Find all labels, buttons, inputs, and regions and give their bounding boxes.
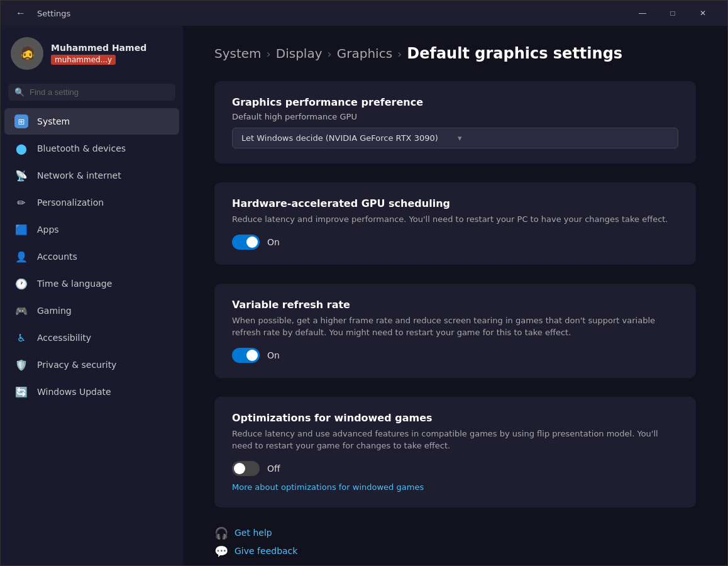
hw-scheduling-description: Reduce latency and improve performance. … [232, 213, 678, 226]
sidebar-item-label: Personalization [37, 197, 104, 208]
sidebar-item-label: Privacy & security [37, 360, 116, 370]
variable-refresh-description: When possible, get a higher frame rate a… [232, 314, 678, 339]
give-feedback-icon: 💬 [214, 545, 228, 558]
gpu-dropdown[interactable]: Let Windows decide (NVIDIA GeForce RTX 3… [232, 128, 678, 148]
main-content: System › Display › Graphics › Default gr… [183, 26, 727, 565]
sidebar-item-accessibility[interactable]: ♿ Accessibility [4, 325, 179, 351]
breadcrumb-sep-2: › [328, 47, 332, 60]
hw-scheduling-toggle-row: On [232, 235, 678, 250]
sidebar-item-privacy[interactable]: 🛡️ Privacy & security [4, 352, 179, 378]
sidebar-item-label: Apps [37, 225, 59, 235]
titlebar: ← Settings — □ ✕ [1, 1, 727, 26]
sidebar-item-apps[interactable]: 🟦 Apps [4, 216, 179, 243]
user-profile[interactable]: 🧔 Muhammed Hamed muhammed...y [1, 26, 183, 81]
bluetooth-icon: ⬤ [14, 142, 28, 155]
variable-refresh-toggle-row: On [232, 348, 678, 363]
footer-actions: 🎧 Get help 💬 Give feedback [214, 526, 696, 558]
user-email: muhammed...y [51, 55, 116, 65]
gpu-preference-title: Graphics performance preference [232, 96, 678, 108]
windowed-games-description: Reduce latency and use advanced features… [232, 428, 678, 452]
get-help-link[interactable]: 🎧 Get help [214, 526, 696, 540]
breadcrumb-sep-1: › [267, 47, 271, 60]
accounts-icon: 👤 [14, 250, 28, 264]
windowed-games-toggle-row: Off [232, 461, 678, 476]
sidebar-item-label: Gaming [37, 306, 72, 316]
hw-scheduling-toggle-label: On [267, 237, 280, 247]
update-icon: 🔄 [14, 385, 28, 399]
apps-icon: 🟦 [14, 223, 28, 236]
breadcrumb-display[interactable]: Display [276, 46, 323, 61]
search-box[interactable]: 🔍 [8, 84, 175, 101]
user-info: Muhammed Hamed muhammed...y [51, 43, 146, 65]
settings-window: ← Settings — □ ✕ 🧔 Muhammed Hamed muhamm… [0, 0, 728, 566]
sidebar-item-label: Time & language [37, 279, 112, 289]
page-title: Default graphics settings [407, 45, 622, 62]
hw-scheduling-toggle[interactable] [232, 235, 260, 250]
system-icon: ⊞ [14, 114, 28, 128]
window-title: Settings [37, 9, 70, 18]
minimize-button[interactable]: — [628, 4, 657, 23]
personalization-icon: ✏️ [14, 196, 28, 209]
sidebar-item-system[interactable]: ⊞ System [4, 108, 179, 135]
variable-refresh-section: Variable refresh rate When possible, get… [214, 284, 696, 378]
breadcrumb-sep-3: › [397, 47, 402, 60]
gpu-dropdown-value: Let Windows decide (NVIDIA GeForce RTX 3… [241, 133, 453, 143]
sidebar-item-bluetooth[interactable]: ⬤ Bluetooth & devices [4, 135, 179, 162]
hw-scheduling-title: Hardware-accelerated GPU scheduling [232, 197, 678, 209]
gaming-icon: 🎮 [14, 304, 28, 318]
sidebar-item-label: Network & internet [37, 170, 121, 180]
get-help-label: Get help [234, 528, 272, 538]
variable-refresh-title: Variable refresh rate [232, 299, 678, 311]
network-icon: 📡 [14, 169, 28, 182]
sidebar-item-label: System [37, 116, 70, 126]
sidebar-item-network[interactable]: 📡 Network & internet [4, 162, 179, 189]
maximize-button[interactable]: □ [658, 4, 687, 23]
search-icon: 🔍 [14, 87, 25, 97]
titlebar-left: ← Settings [11, 5, 70, 21]
sidebar-item-personalization[interactable]: ✏️ Personalization [4, 189, 179, 216]
sidebar-item-label: Accessibility [37, 333, 91, 343]
breadcrumb: System › Display › Graphics › Default gr… [214, 45, 696, 62]
time-icon: 🕐 [14, 277, 28, 291]
windowed-games-title: Optimizations for windowed games [232, 412, 678, 424]
windowed-games-link[interactable]: More about optimizations for windowed ga… [232, 482, 424, 492]
sidebar-item-label: Windows Update [37, 387, 111, 397]
avatar: 🧔 [11, 37, 43, 70]
breadcrumb-graphics[interactable]: Graphics [337, 46, 392, 61]
windowed-games-toggle[interactable] [232, 461, 260, 476]
breadcrumb-system[interactable]: System [214, 46, 262, 61]
content-area: 🧔 Muhammed Hamed muhammed...y 🔍 ⊞ System… [1, 26, 727, 565]
gpu-preference-section: Graphics performance preference Default … [214, 81, 696, 164]
search-input[interactable] [30, 87, 169, 97]
privacy-icon: 🛡️ [14, 358, 28, 372]
sidebar-item-update[interactable]: 🔄 Windows Update [4, 379, 179, 405]
sidebar-item-time[interactable]: 🕐 Time & language [4, 270, 179, 297]
chevron-down-icon: ▾ [458, 133, 669, 143]
sidebar-item-gaming[interactable]: 🎮 Gaming [4, 297, 179, 324]
close-button[interactable]: ✕ [688, 4, 717, 23]
get-help-icon: 🎧 [214, 526, 228, 540]
windowed-games-section: Optimizations for windowed games Reduce … [214, 397, 696, 508]
back-button[interactable]: ← [11, 5, 31, 21]
variable-refresh-toggle[interactable] [232, 348, 260, 363]
sidebar: 🧔 Muhammed Hamed muhammed...y 🔍 ⊞ System… [1, 26, 183, 565]
hw-scheduling-section: Hardware-accelerated GPU scheduling Redu… [214, 182, 696, 265]
user-name: Muhammed Hamed [51, 43, 146, 53]
gpu-preference-subtitle: Default high performance GPU [232, 112, 678, 121]
titlebar-controls: — □ ✕ [628, 4, 717, 23]
give-feedback-label: Give feedback [234, 546, 297, 556]
sidebar-item-accounts[interactable]: 👤 Accounts [4, 243, 179, 270]
accessibility-icon: ♿ [14, 331, 28, 345]
windowed-games-toggle-label: Off [267, 463, 280, 474]
give-feedback-link[interactable]: 💬 Give feedback [214, 545, 696, 558]
variable-refresh-toggle-label: On [267, 350, 280, 360]
sidebar-item-label: Accounts [37, 252, 77, 262]
sidebar-item-label: Bluetooth & devices [37, 143, 126, 153]
